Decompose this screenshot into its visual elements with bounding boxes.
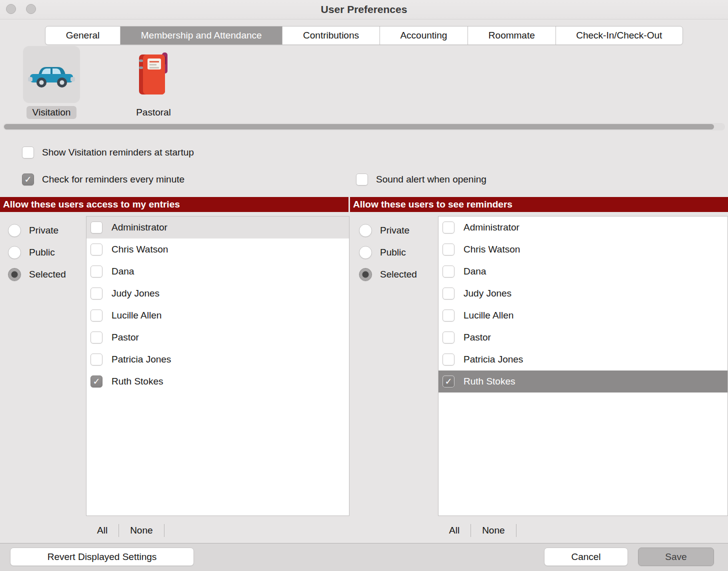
user-checkbox[interactable] xyxy=(442,310,454,322)
user-name: Dana xyxy=(464,266,486,277)
reminders-list-buttons: All None xyxy=(438,523,516,538)
radio-button[interactable] xyxy=(359,246,372,259)
reminders-none-button[interactable]: None xyxy=(471,525,516,536)
footer-bar: Revert Displayed Settings Cancel Save xyxy=(0,543,728,571)
user-name: Administrator xyxy=(112,222,168,233)
user-checkbox[interactable] xyxy=(90,266,102,278)
user-row-judy-jones[interactable]: Judy Jones xyxy=(86,282,349,304)
tab-accounting[interactable]: Accounting xyxy=(380,26,468,44)
user-checkbox[interactable] xyxy=(90,354,102,366)
user-checkbox[interactable] xyxy=(90,222,102,234)
revert-displayed-settings-button[interactable]: Revert Displayed Settings xyxy=(10,548,194,566)
access-section-header: Allow these users access to my entries xyxy=(0,197,348,212)
radio-button[interactable] xyxy=(8,268,21,281)
option-show-visitation-reminders[interactable]: Show Visitation reminders at startup xyxy=(22,146,194,159)
tab-contributions[interactable]: Contributions xyxy=(282,26,379,44)
tab-roommate[interactable]: Roommate xyxy=(468,26,555,44)
window-title: User Preferences xyxy=(0,0,728,19)
user-row-lucille-allen[interactable]: Lucille Allen xyxy=(438,304,728,326)
radio-button[interactable] xyxy=(359,268,372,281)
option-label: Check for reminders every minute xyxy=(42,174,184,185)
toolbar-item-label: Visitation xyxy=(26,106,77,119)
radio-option-public[interactable]: Public xyxy=(359,246,417,259)
scrollbar-thumb[interactable] xyxy=(4,124,714,130)
user-checkbox[interactable] xyxy=(442,266,454,278)
user-row-ruth-stokes[interactable]: Ruth Stokes xyxy=(438,370,728,392)
user-checkbox[interactable] xyxy=(442,222,454,234)
title-bar: User Preferences xyxy=(0,0,728,20)
radio-label: Selected xyxy=(380,269,417,280)
reminders-section-header: Allow these users to see reminders xyxy=(350,197,728,212)
user-row-chris-watson[interactable]: Chris Watson xyxy=(438,238,728,260)
user-row-lucille-allen[interactable]: Lucille Allen xyxy=(86,304,349,326)
toolbar-item-label: Pastoral xyxy=(130,106,177,119)
radio-button[interactable] xyxy=(359,224,372,237)
cancel-button[interactable]: Cancel xyxy=(544,548,628,566)
tab-membership-and-attendance[interactable]: Membership and Attendance xyxy=(120,26,282,44)
user-checkbox[interactable] xyxy=(442,288,454,300)
user-checkbox[interactable] xyxy=(442,244,454,256)
tab-check-in-check-out[interactable]: Check-In/Check-Out xyxy=(556,26,683,44)
user-checkbox[interactable] xyxy=(442,376,454,388)
user-row-pastor[interactable]: Pastor xyxy=(86,326,349,348)
user-name: Chris Watson xyxy=(112,244,168,255)
user-row-dana[interactable]: Dana xyxy=(438,260,728,282)
user-name: Patricia Jones xyxy=(112,354,171,365)
user-row-administrator[interactable]: Administrator xyxy=(438,216,728,238)
user-row-judy-jones[interactable]: Judy Jones xyxy=(438,282,728,304)
user-name: Chris Watson xyxy=(464,244,520,255)
horizontal-scrollbar[interactable] xyxy=(3,123,725,130)
user-checkbox[interactable] xyxy=(90,288,102,300)
radio-label: Private xyxy=(380,225,410,236)
user-name: Dana xyxy=(112,266,134,277)
radio-option-private[interactable]: Private xyxy=(359,224,417,237)
save-button[interactable]: Save xyxy=(638,548,714,566)
user-row-ruth-stokes[interactable]: Ruth Stokes xyxy=(86,370,349,392)
notebook-icon xyxy=(125,46,182,103)
tab-general[interactable]: General xyxy=(46,26,120,44)
user-name: Lucille Allen xyxy=(112,310,162,321)
checkbox[interactable] xyxy=(22,174,34,186)
user-name: Judy Jones xyxy=(464,288,512,299)
user-name: Administrator xyxy=(464,222,520,233)
user-checkbox[interactable] xyxy=(90,310,102,322)
access-user-list: AdministratorChris WatsonDanaJudy JonesL… xyxy=(86,216,350,516)
reminders-user-list: AdministratorChris WatsonDanaJudy JonesL… xyxy=(438,216,728,516)
user-name: Patricia Jones xyxy=(464,354,523,365)
user-name: Judy Jones xyxy=(112,288,160,299)
toolbar-item-visitation[interactable]: Visitation xyxy=(20,46,83,119)
option-sound-alert-when-opening[interactable]: Sound alert when opening xyxy=(356,173,486,186)
radio-option-private[interactable]: Private xyxy=(8,224,66,237)
user-checkbox[interactable] xyxy=(442,332,454,344)
user-checkbox[interactable] xyxy=(90,332,102,344)
user-name: Ruth Stokes xyxy=(112,376,164,387)
radio-button[interactable] xyxy=(8,246,21,259)
user-row-pastor[interactable]: Pastor xyxy=(438,326,728,348)
access-none-button[interactable]: None xyxy=(119,525,164,536)
user-row-patricia-jones[interactable]: Patricia Jones xyxy=(438,348,728,370)
radio-label: Private xyxy=(29,225,58,236)
user-checkbox[interactable] xyxy=(90,244,102,256)
user-checkbox[interactable] xyxy=(442,354,454,366)
car-icon xyxy=(23,46,80,103)
option-check-reminders-every-minute[interactable]: Check for reminders every minute xyxy=(22,173,184,186)
access-all-button[interactable]: All xyxy=(86,525,118,536)
reminders-all-button[interactable]: All xyxy=(438,525,470,536)
toolbar-item-pastoral[interactable]: Pastoral xyxy=(124,46,183,119)
radio-label: Public xyxy=(29,247,55,258)
checkbox[interactable] xyxy=(356,174,368,186)
radio-option-selected[interactable]: Selected xyxy=(8,268,66,281)
checkbox[interactable] xyxy=(22,146,34,158)
radio-button[interactable] xyxy=(8,224,21,237)
user-name: Lucille Allen xyxy=(464,310,514,321)
radio-option-public[interactable]: Public xyxy=(8,246,66,259)
user-checkbox[interactable] xyxy=(90,376,102,388)
user-row-chris-watson[interactable]: Chris Watson xyxy=(86,238,349,260)
radio-option-selected[interactable]: Selected xyxy=(359,268,417,281)
user-row-patricia-jones[interactable]: Patricia Jones xyxy=(86,348,349,370)
reminders-radio-group: PrivatePublicSelected xyxy=(359,224,417,290)
tab-bar: GeneralMembership and AttendanceContribu… xyxy=(45,26,683,45)
user-row-administrator[interactable]: Administrator xyxy=(86,216,349,238)
radio-label: Selected xyxy=(29,269,66,280)
user-row-dana[interactable]: Dana xyxy=(86,260,349,282)
